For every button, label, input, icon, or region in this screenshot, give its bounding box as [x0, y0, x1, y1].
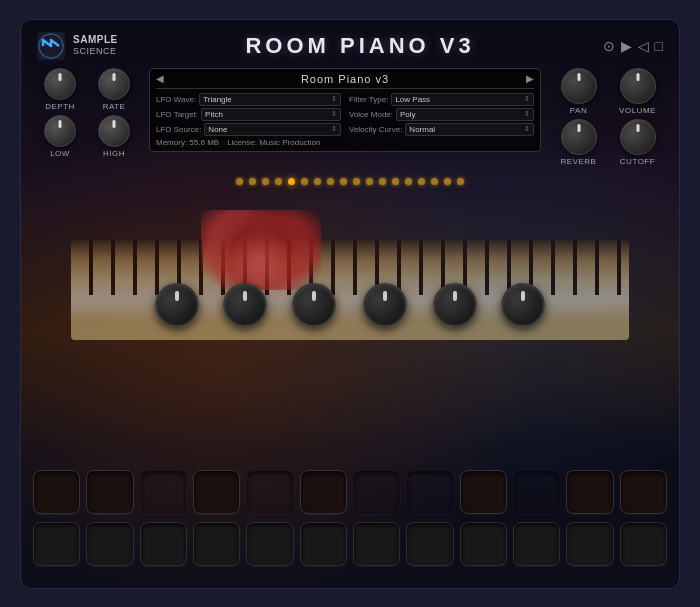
- filter-type-select[interactable]: Low Pass ⇕: [391, 93, 534, 106]
- memory-info: Memory: 55.6 MB: [156, 138, 219, 147]
- pad-row1-3[interactable]: [193, 470, 240, 514]
- velocity-curve-key: Velocity Curve:: [349, 125, 402, 134]
- brand-text: SAMPLE SCIENCE: [73, 34, 118, 57]
- lfo-wave-select[interactable]: Triangle ⇕: [199, 93, 341, 106]
- info-row-3: LFO Source: None ⇕ Velocity Curve: Norma…: [156, 123, 534, 136]
- prev-icon[interactable]: ◁: [638, 38, 649, 54]
- depth-label: DEPTH: [45, 102, 75, 111]
- pan-label: PAN: [570, 106, 587, 115]
- depth-knob[interactable]: [44, 68, 76, 100]
- logo-area: SAMPLE SCIENCE: [37, 32, 118, 60]
- pad-row2-4[interactable]: [246, 522, 293, 566]
- reverb-knob[interactable]: [561, 119, 597, 155]
- pad-row2-5[interactable]: [300, 522, 347, 566]
- lfo-wave-key: LFO Wave:: [156, 95, 196, 104]
- pad-row1-0[interactable]: [33, 470, 80, 514]
- voice-mode-select[interactable]: Poly ⇕: [396, 108, 534, 121]
- window-icon[interactable]: □: [655, 38, 663, 54]
- lfo-source-cell: LFO Source: None ⇕: [156, 123, 341, 136]
- depth-knob-group: DEPTH: [37, 68, 83, 111]
- release-knob[interactable]: [363, 283, 407, 327]
- led-9: [353, 178, 360, 185]
- cutoff-knob[interactable]: [620, 119, 656, 155]
- led-14: [418, 178, 425, 185]
- header: SAMPLE SCIENCE ROOM PIANO V3 ⊙ ▶ ◁ □: [37, 32, 663, 60]
- attack-knob[interactable]: [155, 283, 199, 327]
- volume-knob[interactable]: [620, 68, 656, 104]
- info-panel: ◀ Room Piano v3 ▶ LFO Wave: Triangle ⇕ F…: [149, 68, 541, 152]
- pad-row2-9[interactable]: [513, 522, 560, 566]
- lfo-source-key: LFO Source:: [156, 125, 201, 134]
- decay-knob[interactable]: [223, 283, 267, 327]
- pad-row2-1[interactable]: [86, 522, 133, 566]
- led-16: [444, 178, 451, 185]
- lfo-target-key: LFO Target:: [156, 110, 198, 119]
- logo-icon: [37, 32, 65, 60]
- led-2: [262, 178, 269, 185]
- cutoff-label: CUTOFF: [620, 157, 655, 166]
- pad-row-1: [33, 470, 667, 514]
- pad-row1-4: [246, 470, 293, 514]
- header-controls: ⊙ ▶ ◁ □: [603, 38, 663, 54]
- pad-row1-8[interactable]: [460, 470, 507, 514]
- preamp-knob[interactable]: [433, 283, 477, 327]
- pad-row2-7[interactable]: [406, 522, 453, 566]
- high-knob[interactable]: [98, 115, 130, 147]
- led-3: [275, 178, 282, 185]
- pan-knob[interactable]: [561, 68, 597, 104]
- prev-preset-button[interactable]: ◀: [156, 73, 164, 84]
- low-knob[interactable]: [44, 115, 76, 147]
- info-row-2: LFO Target: Pitch ⇕ Voice Mode: Poly ⇕: [156, 108, 534, 121]
- pad-row2-10[interactable]: [566, 522, 613, 566]
- pad-row1-11[interactable]: [620, 470, 667, 514]
- volume-knob-group: VOLUME: [612, 68, 663, 115]
- lfo-source-select[interactable]: None ⇕: [204, 123, 341, 136]
- led-row: [37, 172, 663, 191]
- info-icon[interactable]: ⊙: [603, 38, 615, 54]
- led-13: [405, 178, 412, 185]
- lfo-wave-cell: LFO Wave: Triangle ⇕: [156, 93, 341, 106]
- license-info: License: Music Production: [227, 138, 320, 147]
- right-knobs-section: PAN VOLUME REVERB CUTOFF: [553, 68, 663, 166]
- reverb-label: REVERB: [561, 157, 597, 166]
- play-icon[interactable]: ▶: [621, 38, 632, 54]
- voice-mode-key: Voice Mode:: [349, 110, 393, 119]
- main-window: SAMPLE SCIENCE ROOM PIANO V3 ⊙ ▶ ◁ □ DEP…: [20, 19, 680, 589]
- pad-row1-5[interactable]: [300, 470, 347, 514]
- volume-label: VOLUME: [619, 106, 656, 115]
- pad-row2-11[interactable]: [620, 522, 667, 566]
- high-label: HIGH: [103, 149, 125, 158]
- pad-row2-0[interactable]: [33, 522, 80, 566]
- filter-type-cell: Filter Type: Low Pass ⇕: [349, 93, 534, 106]
- led-17: [457, 178, 464, 185]
- pad-row2-6[interactable]: [353, 522, 400, 566]
- lfo-target-select[interactable]: Pitch ⇕: [201, 108, 341, 121]
- preset-name: Room Piano v3: [164, 73, 526, 85]
- pad-row1-1[interactable]: [86, 470, 133, 514]
- pad-section: [33, 470, 667, 574]
- info-footer: Memory: 55.6 MB License: Music Productio…: [156, 138, 534, 147]
- led-5: [301, 178, 308, 185]
- pad-row2-3[interactable]: [193, 522, 240, 566]
- reverb-knob-group: REVERB: [553, 119, 604, 166]
- led-11: [379, 178, 386, 185]
- piano-background: [71, 240, 629, 340]
- info-panel-header: ◀ Room Piano v3 ▶: [156, 73, 534, 89]
- led-7: [327, 178, 334, 185]
- top-controls: DEPTH RATE LOW HIGH ◀ R: [37, 68, 663, 166]
- pad-row2-8[interactable]: [460, 522, 507, 566]
- pad-row1-2: [140, 470, 187, 514]
- rate-knob[interactable]: [98, 68, 130, 100]
- next-preset-button[interactable]: ▶: [526, 73, 534, 84]
- led-1: [249, 178, 256, 185]
- pan-knob-group: PAN: [553, 68, 604, 115]
- sustain-knob[interactable]: [292, 283, 336, 327]
- velocity-curve-select[interactable]: Normal ⇕: [405, 123, 534, 136]
- rate-knob-group: RATE: [91, 68, 137, 111]
- rate-label: RATE: [103, 102, 126, 111]
- lfo-target-cell: LFO Target: Pitch ⇕: [156, 108, 341, 121]
- pad-row1-10[interactable]: [566, 470, 613, 514]
- glide-knob[interactable]: [501, 283, 545, 327]
- pad-row-2: [33, 522, 667, 566]
- pad-row2-2[interactable]: [140, 522, 187, 566]
